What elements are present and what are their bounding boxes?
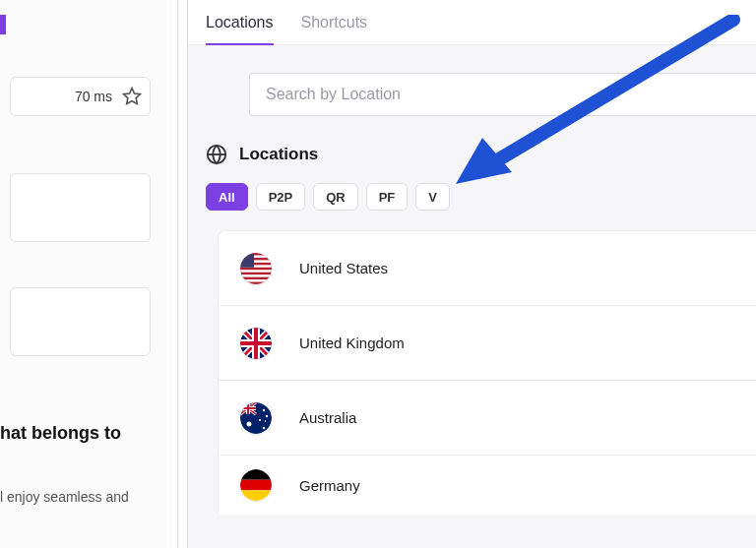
svg-rect-7 [240,270,272,272]
svg-point-15 [247,421,252,426]
flag-uk-icon [240,328,272,359]
svg-point-18 [263,426,265,428]
country-label: United Kingdom [299,335,405,351]
svg-point-17 [266,414,268,416]
country-label: United States [299,260,388,276]
svg-rect-8 [240,274,272,276]
latency-value: 70 ms [75,89,112,104]
search-input[interactable] [266,86,756,103]
locations-title: Locations [239,145,318,164]
svg-rect-22 [240,469,272,480]
flag-au-icon [240,402,272,434]
list-item[interactable]: Germany [219,456,756,515]
main-panel: Locations Shortcuts Locations All P2P QR… [188,0,756,548]
list-item[interactable]: United Kingdom [219,306,756,381]
chip-all[interactable]: All [206,183,248,211]
locations-header: Locations [206,144,756,165]
country-label: Australia [299,409,356,426]
svg-point-19 [259,419,261,421]
left-sidebar-fragment: 70 ms hat belongs to l enjoy seamless an… [0,0,172,548]
sidebar-card[interactable] [10,173,151,242]
chip-pf[interactable]: PF [366,183,409,211]
search-box[interactable] [249,73,756,116]
tab-locations[interactable]: Locations [206,14,274,45]
latency-card[interactable]: 70 ms [10,77,151,116]
svg-rect-24 [240,490,272,501]
svg-rect-10 [240,253,254,268]
svg-point-16 [263,408,265,410]
sidebar-card[interactable] [10,287,151,356]
country-list: United States United Kingdom [218,230,756,515]
svg-rect-9 [240,279,272,281]
svg-point-20 [265,420,267,422]
globe-icon [206,144,227,165]
flag-us-icon [240,253,272,284]
sidebar-sub-fragment: l enjoy seamless and [0,487,129,508]
svg-rect-4 [240,255,272,257]
tab-shortcuts[interactable]: Shortcuts [301,14,368,44]
tab-bar: Locations Shortcuts [188,0,756,45]
svg-rect-23 [240,480,272,491]
sidebar-heading-fragment: hat belongs to [0,423,121,444]
main-content: Locations All P2P QR PF V [188,45,756,515]
chip-qr[interactable]: QR [313,183,358,211]
svg-marker-0 [124,89,141,104]
chip-p2p[interactable]: P2P [256,183,306,211]
country-label: Germany [299,477,360,494]
flag-de-icon [240,469,272,501]
filter-chips: All P2P QR PF V [206,183,756,211]
list-item[interactable]: Australia [219,381,756,456]
star-icon[interactable] [122,87,142,106]
divider [177,0,178,548]
list-item[interactable]: United States [219,231,756,306]
chip-v[interactable]: V [415,183,450,211]
sidebar-accent [0,15,6,34]
